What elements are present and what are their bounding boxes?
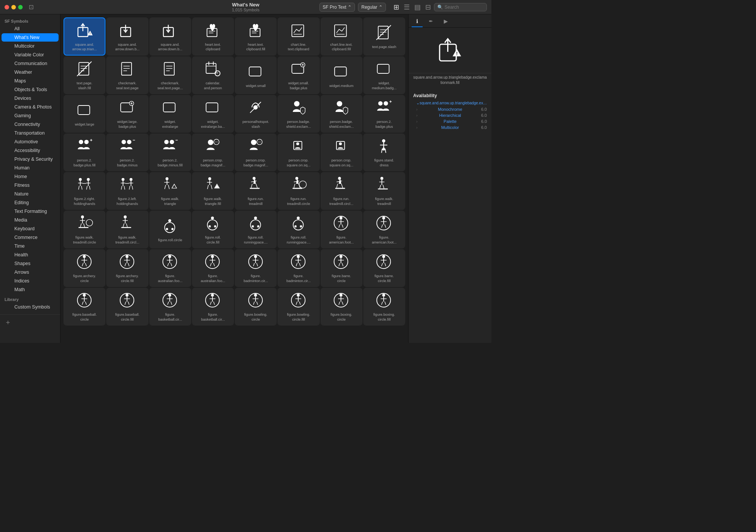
icon-cell[interactable]: heart.text. clipboard (192, 17, 234, 56)
sidebar-item-camera-photos[interactable]: Camera & Photos (2, 103, 59, 111)
icon-cell[interactable]: figure. american.foot... (321, 211, 363, 248)
font-style-selector[interactable]: Regular ⌃ (358, 3, 386, 12)
font-family-selector[interactable]: SF Pro Text ⌃ (319, 3, 355, 12)
add-button[interactable]: ＋ (5, 318, 11, 326)
icon-cell[interactable]: square.and. arrow.down.b... (149, 17, 191, 56)
availability-symbol-row[interactable]: ⌄ square.and.arrow.up.trianglebadge.excl… (413, 100, 487, 106)
icon-cell[interactable]: figure. badminton.cir... (235, 249, 277, 287)
icon-cell[interactable]: widget. extralarge (149, 95, 191, 133)
icon-cell[interactable]: figure.archery. circle.fill (106, 249, 148, 287)
icon-cell[interactable]: widget.large. badge.plus (106, 95, 148, 133)
icon-cell[interactable]: person.2. badge.minus (106, 133, 148, 171)
icon-cell[interactable]: personalhotspot. slash (235, 95, 277, 133)
sidebar-item-indices[interactable]: Indices (2, 277, 59, 285)
icon-cell[interactable]: person.crop. badge.magnif... (192, 133, 234, 171)
sidebar-item-text-formatting[interactable]: Text Formatting (2, 207, 59, 216)
icon-cell[interactable]: person.crop. square.on.sq... (277, 133, 319, 171)
icon-cell[interactable]: figure.bowling. circle (235, 288, 277, 326)
sidebar-item-accessibility[interactable]: Accessibility (2, 146, 59, 155)
icon-cell[interactable]: figure.roll. circle.fill (192, 211, 234, 248)
maximize-button[interactable] (18, 5, 23, 9)
close-button[interactable] (5, 5, 9, 9)
icon-cell[interactable]: square.and. arrow.down.b... (106, 17, 148, 56)
icon-cell[interactable]: heart.text. clipboard.fill (235, 17, 277, 56)
icon-cell[interactable]: figure.bowling. circle.fill (277, 288, 319, 326)
icon-cell[interactable]: person.crop. square.on.sq... (321, 133, 363, 171)
search-box[interactable]: 🔍 (434, 3, 487, 11)
icon-cell[interactable]: figure.2.right. holdinghands (64, 172, 105, 210)
icon-cell[interactable]: widget. medium.badg... (363, 56, 405, 94)
icon-grid-container[interactable]: !square.and. arrow.up.trian...square.and… (60, 14, 408, 343)
sidebar-item-weather[interactable]: Weather (2, 68, 59, 76)
icon-cell[interactable]: figure. american.foot... (363, 211, 405, 248)
sidebar-item-multicolor[interactable]: Multicolor (2, 42, 59, 50)
icon-cell[interactable]: figure.archery. circle (64, 249, 105, 287)
icon-cell[interactable]: text.page. slash.fill (64, 56, 105, 94)
sidebar-item-privacy-security[interactable]: Privacy & Security (2, 155, 59, 163)
sidebar-item-transportation[interactable]: Transportation (2, 129, 59, 137)
icon-cell[interactable]: figure. australian.foo... (192, 249, 234, 287)
icon-cell[interactable]: !square.and. arrow.up.trian... (64, 17, 105, 56)
list-view-button[interactable]: ☰ (402, 2, 411, 12)
sidebar-item-media[interactable]: Media (2, 216, 59, 224)
icon-cell[interactable]: !person.badge. shield.exclam... (277, 95, 319, 133)
sidebar-toggle-button[interactable]: ⊡ (29, 3, 34, 11)
icon-cell[interactable]: widget.small (235, 56, 277, 94)
icon-cell[interactable]: figure.boxing. circle.fill (363, 288, 405, 326)
icon-cell[interactable]: person.2. badge.plus.fill (64, 133, 105, 171)
sidebar-item-devices[interactable]: Devices (2, 94, 59, 102)
icon-cell[interactable]: chart.line.text. clipboard.fill (321, 17, 363, 56)
icon-cell[interactable]: figure.barre. circle.fill (363, 249, 405, 287)
icon-cell[interactable]: !person.badge. shield.exclam... (321, 95, 363, 133)
grid-view-button[interactable]: ⊞ (392, 2, 401, 12)
tab-template[interactable]: ✒ (424, 16, 438, 27)
sidebar-item-custom-symbols[interactable]: Custom Symbols (2, 303, 59, 311)
gallery-view-button[interactable]: ▤ (413, 2, 422, 12)
sidebar-item-communication[interactable]: Communication (2, 59, 59, 68)
icon-cell[interactable]: figure.roll. runningpace.... (235, 211, 277, 248)
sidebar-item-gaming[interactable]: Gaming (2, 112, 59, 120)
icon-cell[interactable]: text.page.slash (363, 17, 405, 56)
sidebar-item-human[interactable]: Human (2, 164, 59, 172)
icon-cell[interactable]: figure.walk. treadmill.circl... (106, 211, 148, 248)
icon-cell[interactable]: figure.walk. treadmill (363, 172, 405, 210)
sidebar-item-objects-tools[interactable]: Objects & Tools (2, 85, 59, 94)
sidebar-item-time[interactable]: Time (2, 242, 59, 250)
icon-cell[interactable]: widget.large (64, 95, 105, 133)
availability-hierarchical[interactable]: ›Hierarchical6.0 (413, 112, 487, 118)
icon-cell[interactable]: figure. basketball.cir... (192, 288, 234, 326)
sidebar-item-health[interactable]: Health (2, 251, 59, 259)
icon-cell[interactable]: chart.line. text.clipboard (277, 17, 319, 56)
icon-cell[interactable]: figure.walk. triangle (149, 172, 191, 210)
availability-multicolor[interactable]: ›Multicolor6.0 (413, 124, 487, 130)
sidebar-item-fitness[interactable]: Fitness (2, 181, 59, 189)
sidebar-item-automotive[interactable]: Automotive (2, 138, 59, 146)
icon-cell[interactable]: figure.roll.circle (149, 211, 191, 248)
icon-cell[interactable]: figure.2.left. holdinghands (106, 172, 148, 210)
tab-play[interactable]: ▶ (439, 16, 452, 27)
right-panel-button[interactable]: ⊟ (425, 3, 431, 11)
icon-cell[interactable]: figure. australian.foo... (149, 249, 191, 287)
sidebar-item-arrows[interactable]: Arrows (2, 268, 59, 276)
icon-cell[interactable]: person.2. badge.plus (363, 95, 405, 133)
icon-cell[interactable]: figure.barre. circle (321, 249, 363, 287)
sidebar-item-maps[interactable]: Maps (2, 77, 59, 85)
icon-cell[interactable]: figure.roll. runningpace.... (277, 211, 319, 248)
icon-cell[interactable]: figure.walk. triangle.fill (192, 172, 234, 210)
icon-cell[interactable]: person.2. badge.minus.fill (149, 133, 191, 171)
icon-cell[interactable]: figure.run. treadmill (235, 172, 277, 210)
icon-cell[interactable]: figure.run. treadmill.circle (277, 172, 319, 210)
icon-cell[interactable]: figure.stand. dress (363, 133, 405, 171)
icon-cell[interactable]: checkmark. seal.text.page... (149, 56, 191, 94)
tab-info[interactable]: ℹ (412, 16, 423, 27)
icon-cell[interactable]: figure.baseball. circle.fill (106, 288, 148, 326)
icon-cell[interactable]: figure.run. treadmill.circl... (321, 172, 363, 210)
icon-cell[interactable]: checkmark. seal.text.page (106, 56, 148, 94)
sidebar-item-shapes[interactable]: Shapes (2, 259, 59, 268)
icon-cell[interactable]: widget.small. badge.plus (277, 56, 319, 94)
icon-cell[interactable]: figure. badminton.cir... (277, 249, 319, 287)
sidebar-item-nature[interactable]: Nature (2, 190, 59, 198)
icon-cell[interactable]: widget.medium (321, 56, 363, 94)
search-input[interactable] (445, 5, 483, 10)
sidebar-item-whats-new[interactable]: What's New (2, 33, 59, 42)
